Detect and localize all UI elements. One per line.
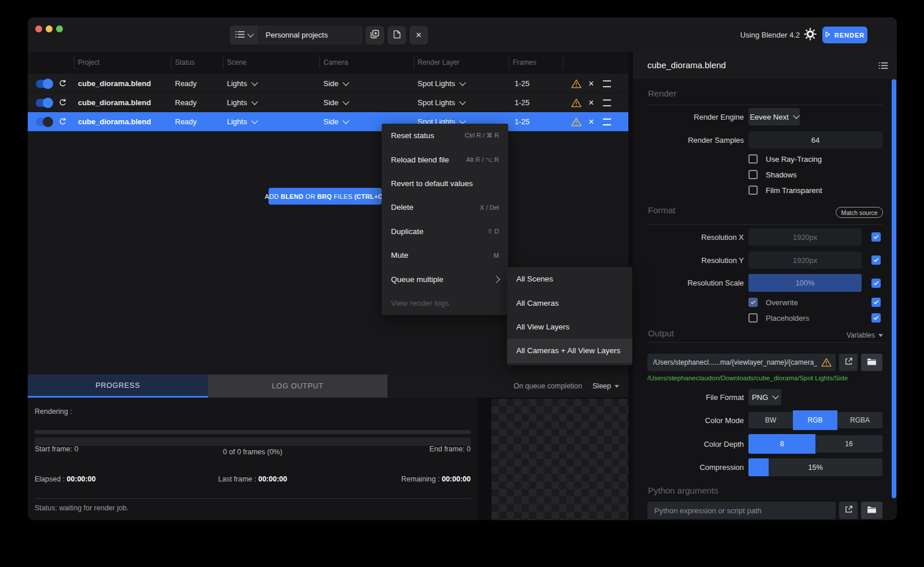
drag-handle-icon[interactable] [603, 112, 611, 131]
panel-menu-icon[interactable] [878, 61, 888, 72]
placeholders-option[interactable]: Placeholders [748, 313, 809, 323]
drag-handle-icon[interactable] [603, 74, 611, 93]
render-engine-dropdown[interactable]: Eevee Next [748, 108, 800, 125]
remove-row-button[interactable]: × [588, 112, 594, 131]
queue-completion-dropdown[interactable]: Sleep [593, 382, 619, 390]
resolution-x-checkbox[interactable] [871, 232, 881, 242]
drag-handle-icon[interactable] [603, 93, 611, 112]
color-depth-16[interactable]: 16 [815, 435, 882, 453]
menu-item-duplicate[interactable]: Duplicate⇧ D [382, 220, 508, 243]
checkbox-unchecked[interactable] [748, 186, 758, 195]
header-project: Project [78, 58, 99, 66]
camera-dropdown[interactable]: Side [323, 74, 348, 93]
play-icon [825, 31, 830, 39]
reload-icon[interactable] [58, 93, 67, 112]
python-arguments-input[interactable] [647, 502, 836, 519]
warning-icon[interactable] [571, 112, 582, 131]
tab-progress[interactable]: PROGRESS [28, 375, 208, 398]
camera-dropdown[interactable]: Side [323, 112, 348, 131]
table-row[interactable]: cube_diorama.blend Ready Lights Side Spo… [28, 74, 628, 93]
resolution-x-input[interactable]: 1920px [748, 228, 862, 246]
project-list-button[interactable] [230, 25, 258, 45]
resolution-y-checkbox[interactable] [871, 255, 881, 265]
panel-scrollbar[interactable] [892, 79, 896, 498]
checkbox-unchecked[interactable] [748, 154, 758, 164]
chevron-down-icon [878, 334, 883, 337]
menu-item-queue-multiple[interactable]: Queue multiple [382, 267, 508, 291]
match-source-button[interactable]: Match source [836, 207, 883, 218]
color-mode-rgb-selected[interactable]: RGB [793, 410, 837, 430]
variables-dropdown[interactable]: Variables [835, 331, 883, 339]
color-mode-bw[interactable]: BW [748, 412, 793, 428]
window-zoom-button[interactable] [56, 25, 63, 32]
warning-icon[interactable] [571, 93, 582, 112]
reload-icon[interactable] [58, 74, 67, 93]
chevron-down-icon [459, 98, 465, 105]
menu-item-reset-status[interactable]: Reset statusCtrl R / ⌘ R [382, 124, 508, 147]
placeholders-checkbox[interactable] [871, 313, 881, 323]
warning-icon[interactable] [571, 74, 582, 93]
menu-item-delete[interactable]: DeleteX / Del [382, 195, 508, 219]
shadows-option[interactable]: Shadows [748, 170, 796, 179]
reload-icon[interactable] [58, 112, 67, 131]
file-format-dropdown[interactable]: PNG [748, 389, 781, 405]
film-transparent-option[interactable]: Film Transparent [748, 186, 822, 195]
render-layer-dropdown[interactable]: Spot Lights [418, 93, 465, 112]
remove-row-button[interactable]: × [588, 93, 594, 112]
compression-slider[interactable]: 15% [748, 458, 882, 476]
color-depth-8-selected[interactable]: 8 [748, 434, 815, 454]
overwrite-option[interactable]: Overwrite [748, 298, 798, 307]
menu-item-reload-blend-file[interactable]: Reload blend fileAlt R / ⌥ R [382, 147, 508, 171]
output-path-input[interactable]: /Users/stephanecl......ma/{viewlayer_nam… [647, 354, 817, 371]
window-minimize-button[interactable] [46, 25, 53, 32]
render-layer-dropdown[interactable]: Spot Lights [418, 74, 465, 93]
row-enable-toggle[interactable] [36, 80, 52, 88]
table-row[interactable]: cube_diorama.blend Ready Lights Side Spo… [28, 93, 628, 112]
remove-row-button[interactable]: × [588, 74, 594, 93]
table-row-selected[interactable]: cube_diorama.blend Ready Lights Side Spo… [28, 112, 628, 131]
rendering-label: Rendering : [35, 407, 72, 416]
browse-script-folder-button[interactable] [861, 502, 882, 519]
resolution-scale-slider[interactable]: 100% [748, 274, 862, 292]
submenu-item-all-view-layers[interactable]: All View Layers [507, 315, 632, 339]
path-warning-icon[interactable] [817, 354, 836, 371]
duplicate-icon [370, 29, 379, 41]
menu-item-mute[interactable]: MuteM [382, 243, 508, 267]
submenu-item-all-scenes[interactable]: All Scenes [507, 267, 632, 291]
browse-folder-button[interactable] [861, 354, 882, 371]
checkbox-unchecked[interactable] [748, 170, 758, 179]
project-name-field[interactable]: Personnal projects [258, 25, 363, 45]
scene-dropdown[interactable]: Lights [227, 74, 257, 93]
close-project-button[interactable]: × [409, 26, 428, 45]
new-project-button[interactable] [388, 26, 406, 45]
chevron-right-icon [493, 276, 500, 283]
project-file-name: cube_diorama.blend [78, 93, 151, 112]
submenu-item-all-cameras[interactable]: All Cameras [507, 291, 632, 314]
row-enable-toggle[interactable] [36, 118, 52, 126]
submenu-item-all-cameras-all-view-layers[interactable]: All Cameras + All View Layers [507, 339, 632, 362]
tab-log-output[interactable]: LOG OUTPUT [208, 375, 388, 398]
camera-dropdown[interactable]: Side [323, 93, 348, 112]
window-close-button[interactable] [35, 25, 42, 32]
scene-dropdown[interactable]: Lights [227, 93, 257, 112]
frames-value[interactable]: 1-25 [512, 112, 532, 131]
resolution-y-input[interactable]: 1920px [748, 251, 862, 269]
menu-item-revert-defaults[interactable]: Revert to default values [382, 172, 508, 195]
overwrite-checkbox[interactable] [871, 298, 881, 307]
frames-value[interactable]: 1-25 [512, 74, 532, 93]
open-script-button[interactable] [839, 502, 858, 519]
duplicate-project-button[interactable] [366, 26, 384, 45]
checkbox-checked-muted[interactable] [748, 298, 758, 307]
scene-dropdown[interactable]: Lights [227, 112, 257, 131]
row-enable-toggle[interactable] [36, 99, 52, 107]
add-files-button[interactable]: ADD BLEND OR BRQ FILES (CTRL+O) [269, 188, 382, 205]
render-samples-input[interactable]: 64 [748, 131, 882, 149]
frames-value[interactable]: 1-25 [512, 93, 532, 112]
color-mode-rgba[interactable]: RGBA [837, 412, 882, 428]
ray-tracing-option[interactable]: Use Ray-Tracing [748, 154, 822, 164]
settings-gear-button[interactable] [803, 28, 818, 43]
render-button[interactable]: RENDER [822, 27, 867, 43]
checkbox-unchecked[interactable] [748, 313, 758, 323]
resolution-scale-checkbox[interactable] [871, 279, 881, 288]
open-path-button[interactable] [839, 354, 858, 371]
